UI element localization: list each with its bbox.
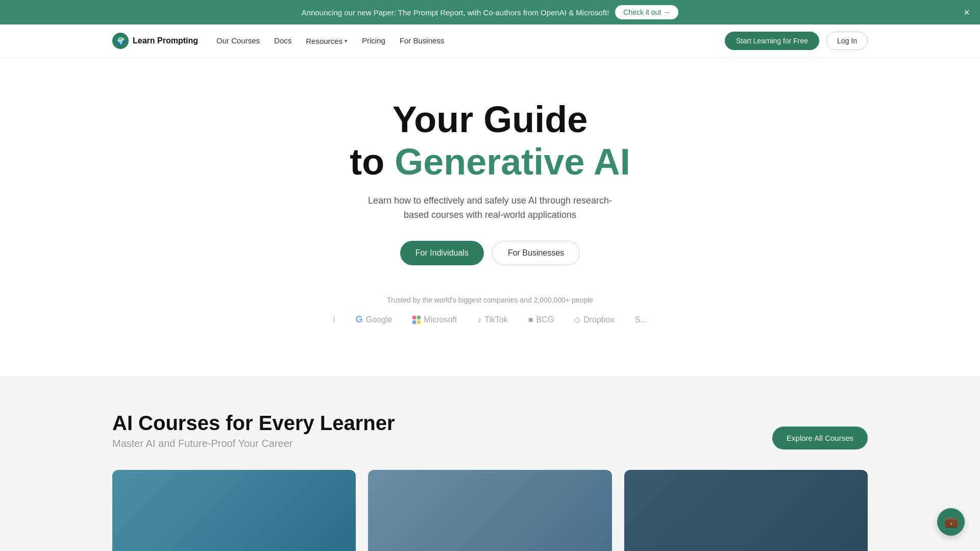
course-card-2[interactable] [368,470,611,551]
trust-section: Trusted by the world's biggest companies… [323,296,657,345]
navbar: 🌍 Learn Prompting Our Courses Docs Resou… [0,24,980,58]
chevron-down-icon: ▾ [345,38,348,44]
nav-item-docs[interactable]: Docs [274,36,291,45]
tiktok-icon: ♪ [477,315,481,324]
bcg-icon: ■ [528,315,533,324]
course-card-1[interactable] [112,470,356,551]
chat-icon: 💼 [944,515,958,529]
course-card-3[interactable] [624,470,868,551]
hero-title-green: Generative AI [395,141,630,182]
courses-title-block: AI Courses for Every Learner Master AI a… [112,412,395,449]
hero-title-line2-plain: to [350,141,395,182]
courses-title: AI Courses for Every Learner [112,412,395,435]
course-card-image-2 [368,470,611,551]
hero-subtitle: Learn how to effectively and safely use … [368,193,612,223]
microsoft-icon [412,316,421,324]
microsoft-logo: Microsoft [412,315,457,324]
other-logo: S... [635,315,647,324]
course-cards [112,470,868,551]
for-businesses-button[interactable]: For Businesses [492,241,580,265]
google-logo: G Google [356,314,393,325]
nav-left: 🌍 Learn Prompting Our Courses Docs Resou… [112,33,444,49]
nav-item-business[interactable]: For Business [400,36,445,45]
dropbox-icon: ◇ [574,315,580,324]
hero-title: Your Guide to Generative AI [350,98,630,183]
hero-section: Your Guide to Generative AI Learn how to… [0,58,980,376]
announcement-text: Announcing our new Paper: The Prompt Rep… [302,8,609,17]
announcement-banner: Announcing our new Paper: The Prompt Rep… [0,0,980,24]
company-logos: I G Google Microsoft ♪ TikTok ■ B [333,314,647,325]
chat-widget-button[interactable]: 💼 [937,508,965,536]
courses-subtitle: Master AI and Future-Proof Your Career [112,438,395,449]
google-icon: G [356,314,363,325]
hero-title-line1: Your Guide [393,99,588,140]
nav-link-business[interactable]: For Business [400,36,445,45]
logo-icon: 🌍 [112,33,129,49]
partial-company-logo: I [333,315,335,324]
course-card-image-3 [624,470,868,551]
logo[interactable]: 🌍 Learn Prompting [112,33,198,49]
nav-link-courses[interactable]: Our Courses [216,36,260,45]
nav-item-resources[interactable]: Resources ▾ [306,37,348,45]
nav-links: Our Courses Docs Resources ▾ Pricing For… [216,36,444,45]
courses-section: AI Courses for Every Learner Master AI a… [0,376,980,551]
hero-buttons: For Individuals For Businesses [400,241,580,265]
for-individuals-button[interactable]: For Individuals [400,241,484,265]
tiktok-logo: ♪ TikTok [477,315,508,324]
dropbox-logo: ◇ Dropbox [574,315,614,324]
nav-item-courses[interactable]: Our Courses [216,36,260,45]
nav-link-pricing[interactable]: Pricing [362,36,385,45]
explore-all-courses-button[interactable]: Explore All Courses [772,427,868,449]
nav-item-pricing[interactable]: Pricing [362,36,385,45]
start-learning-button[interactable]: Start Learning for Free [725,32,819,50]
bcg-logo: ■ BCG [528,315,554,324]
check-it-out-button[interactable]: Check it out → [615,5,678,19]
logo-text: Learn Prompting [133,36,198,45]
nav-link-resources[interactable]: Resources ▾ [306,37,348,45]
close-banner-button[interactable]: × [964,7,970,17]
trust-text: Trusted by the world's biggest companies… [387,296,593,304]
nav-right: Start Learning for Free Log In [725,32,868,50]
nav-link-docs[interactable]: Docs [274,36,291,45]
courses-header: AI Courses for Every Learner Master AI a… [112,412,868,449]
login-button[interactable]: Log In [826,32,868,50]
course-card-image-1 [112,470,356,551]
